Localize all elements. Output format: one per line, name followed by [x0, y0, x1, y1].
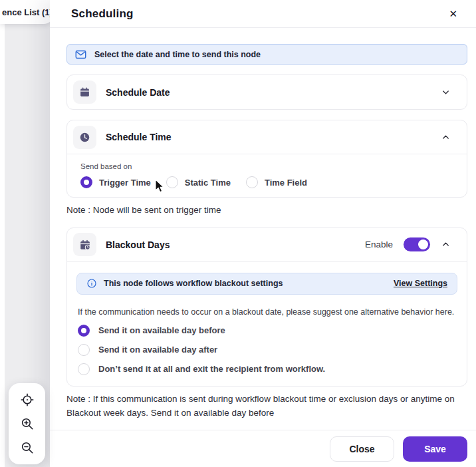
radio-label: Trigger Time — [99, 178, 151, 188]
option-label: Don’t send it at all and exit the recipi… — [98, 364, 325, 374]
canvas-zoom-toolbar — [9, 383, 45, 464]
schedule-time-header[interactable]: Schedule Time — [67, 120, 467, 154]
background-tab-audience-list[interactable]: ence List (1) — [0, 0, 53, 24]
info-icon — [86, 278, 97, 289]
schedule-date-title: Schedule Date — [106, 87, 170, 98]
option-send-day-before[interactable]: Send it on available day before — [76, 325, 457, 337]
calendar-clock-icon — [79, 239, 91, 251]
info-banner-top: Select the date and time to send this no… — [66, 44, 467, 65]
chevron-down-icon — [441, 87, 451, 97]
schedule-date-header[interactable]: Schedule Date — [67, 75, 467, 109]
scheduling-modal: Scheduling ✕ Select the date and time to… — [50, 0, 476, 467]
radio-time-field[interactable]: Time Field — [246, 176, 307, 188]
blackout-enable-toggle[interactable] — [404, 237, 430, 251]
clock-icon — [79, 132, 90, 143]
close-button[interactable]: Close — [330, 436, 394, 462]
option-dont-send[interactable]: Don’t send it at all and exit the recipi… — [76, 363, 457, 375]
modal-footer: Close Save — [50, 430, 476, 467]
radio-label: Time Field — [265, 178, 307, 188]
radio-button-selected[interactable] — [78, 325, 90, 337]
background-tab-label: ence List (1) — [2, 7, 53, 17]
schedule-time-content: Send based on Trigger Time Static Time T… — [67, 154, 467, 197]
schedule-date-card: Schedule Date — [66, 75, 467, 110]
blackout-note: Note : If this communication is sent dur… — [66, 392, 467, 420]
schedule-time-note: Note : Node will be sent on trigger time — [66, 204, 467, 218]
save-button[interactable]: Save — [403, 436, 467, 462]
chevron-up-icon — [441, 239, 451, 249]
schedule-time-title: Schedule Time — [106, 132, 172, 142]
option-label: Send it on available day after — [98, 345, 217, 355]
close-icon[interactable]: ✕ — [446, 6, 460, 21]
zoom-in-icon[interactable] — [20, 416, 35, 431]
radio-static-time[interactable]: Static Time — [166, 176, 231, 188]
radio-button[interactable] — [246, 176, 258, 188]
chevron-up-icon — [441, 132, 451, 142]
option-label: Send it on available day before — [98, 325, 225, 335]
banner-text: Select the date and time to send this no… — [94, 50, 261, 59]
blackout-days-header[interactable]: Blackout Days Enable — [67, 228, 467, 262]
target-icon[interactable] — [20, 392, 35, 407]
blackout-instruction-text: If the communication needs to occur on a… — [76, 307, 457, 317]
radio-button[interactable] — [78, 363, 90, 375]
send-based-on-label: Send based on — [80, 162, 453, 170]
info-banner-text: This node follows workflow blackout sett… — [104, 279, 283, 288]
blackout-days-content: This node follows workflow blackout sett… — [67, 262, 467, 386]
radio-button[interactable] — [166, 176, 178, 188]
option-send-day-after[interactable]: Send it on available day after — [76, 344, 457, 356]
workflow-blackout-info-banner: This node follows workflow blackout sett… — [76, 273, 457, 295]
envelope-icon — [75, 50, 86, 59]
radio-label: Static Time — [185, 178, 231, 188]
view-settings-link[interactable]: View Settings — [394, 279, 447, 288]
blackout-days-title: Blackout Days — [106, 239, 170, 250]
page-left-edge — [0, 0, 5, 467]
enable-label: Enable — [365, 239, 393, 249]
modal-header: Scheduling ✕ — [50, 0, 476, 28]
blackout-days-card: Blackout Days Enable This node f — [66, 228, 467, 387]
page-title: Scheduling — [71, 7, 134, 21]
send-based-on-radio-group: Trigger Time Static Time Time Field — [80, 176, 453, 188]
schedule-time-card: Schedule Time Send based on Trigger Time — [66, 120, 467, 198]
radio-trigger-time[interactable]: Trigger Time — [80, 176, 151, 188]
calendar-icon — [79, 86, 90, 98]
zoom-out-icon[interactable] — [20, 440, 35, 455]
radio-button[interactable] — [78, 344, 90, 356]
modal-body: Select the date and time to send this no… — [50, 28, 476, 430]
radio-button-selected[interactable] — [80, 176, 92, 188]
